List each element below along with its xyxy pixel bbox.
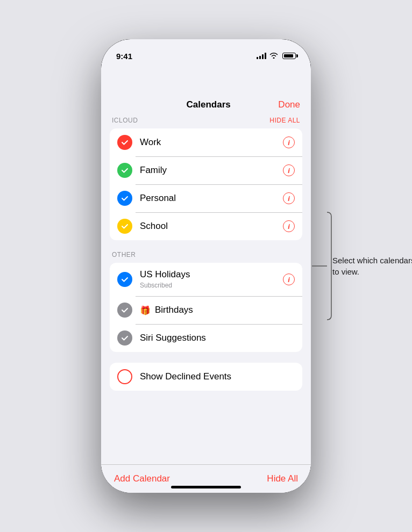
icloud-section: ICLOUD HIDE ALL (110, 117, 302, 240)
personal-label: Personal (140, 193, 283, 204)
other-list: US Holidays Subscribed i (110, 263, 302, 352)
school-label-group: School (140, 221, 283, 232)
birthdays-checkbox[interactable] (117, 303, 132, 318)
status-time: 9:41 (116, 52, 132, 61)
us-holidays-label-group: US Holidays Subscribed (140, 269, 283, 290)
show-declined-list: Show Declined Events (110, 363, 302, 391)
list-item[interactable]: School i (110, 212, 302, 240)
other-section-title: OTHER (112, 251, 136, 258)
other-section: OTHER (110, 251, 302, 352)
list-item[interactable]: 🎁 Birthdays (110, 296, 302, 324)
callout-text: Select which calendars to view. (332, 255, 412, 277)
battery-icon (282, 53, 296, 59)
list-item[interactable]: US Holidays Subscribed i (110, 263, 302, 296)
personal-label-group: Personal (140, 193, 283, 204)
us-holidays-sublabel: Subscribed (140, 282, 172, 289)
siri-suggestions-label-group: Siri Suggestions (140, 333, 295, 343)
done-button[interactable]: Done (278, 99, 300, 110)
callout-bracket (311, 207, 332, 325)
add-calendar-button[interactable]: Add Calendar (114, 473, 170, 484)
nav-bar: Calendars Done (101, 91, 311, 117)
family-label: Family (140, 165, 283, 176)
birthdays-label: 🎁 Birthdays (140, 305, 295, 315)
work-checkbox[interactable] (117, 135, 132, 150)
work-label-group: Work (140, 137, 283, 148)
show-declined-label-group: Show Declined Events (140, 371, 295, 382)
icloud-section-title: ICLOUD (112, 117, 138, 124)
birthday-icon: 🎁 (140, 305, 151, 315)
work-info-button[interactable]: i (283, 136, 295, 148)
wifi-icon (269, 52, 278, 60)
list-item[interactable]: Personal i (110, 184, 302, 212)
other-section-header: OTHER (110, 251, 302, 263)
hide-all-button[interactable]: Hide All (267, 473, 298, 484)
us-holidays-label: US Holidays (140, 269, 283, 280)
status-bar: 9:41 (101, 39, 311, 65)
family-info-button[interactable]: i (283, 164, 295, 176)
scroll-content[interactable]: ICLOUD HIDE ALL (101, 117, 311, 464)
screen-content: Calendars Done ICLOUD HIDE ALL (101, 65, 311, 493)
school-label: School (140, 221, 283, 232)
page-title: Calendars (187, 99, 231, 110)
work-label: Work (140, 137, 283, 148)
show-declined-section: Show Declined Events (110, 363, 302, 391)
icloud-section-header: ICLOUD HIDE ALL (110, 117, 302, 128)
school-info-button[interactable]: i (283, 220, 295, 232)
icloud-list: Work i (110, 128, 302, 240)
status-icons (257, 52, 296, 60)
list-item[interactable]: Work i (110, 128, 302, 156)
bottom-toolbar: Add Calendar Hide All (101, 464, 311, 493)
school-checkbox[interactable] (117, 219, 132, 234)
signal-icon (257, 53, 266, 59)
show-declined-item[interactable]: Show Declined Events (110, 363, 302, 391)
show-declined-label: Show Declined Events (140, 371, 295, 382)
show-declined-checkbox[interactable] (117, 369, 132, 384)
us-holidays-checkbox[interactable] (117, 272, 132, 287)
us-holidays-info-button[interactable]: i (283, 274, 295, 285)
family-checkbox[interactable] (117, 163, 132, 178)
siri-suggestions-checkbox[interactable] (117, 330, 132, 346)
birthdays-label-group: 🎁 Birthdays (140, 305, 295, 315)
modal-sheet: Calendars Done ICLOUD HIDE ALL (101, 91, 311, 493)
personal-info-button[interactable]: i (283, 192, 295, 204)
siri-suggestions-label: Siri Suggestions (140, 333, 295, 343)
family-label-group: Family (140, 165, 283, 176)
home-indicator (171, 486, 241, 488)
phone-screen: 9:41 (101, 39, 311, 493)
list-item[interactable]: Siri Suggestions (110, 324, 302, 352)
list-item[interactable]: Family i (110, 156, 302, 184)
personal-checkbox[interactable] (117, 191, 132, 206)
icloud-hide-all-button[interactable]: HIDE ALL (269, 117, 300, 124)
phone-frame: 9:41 (101, 39, 311, 493)
